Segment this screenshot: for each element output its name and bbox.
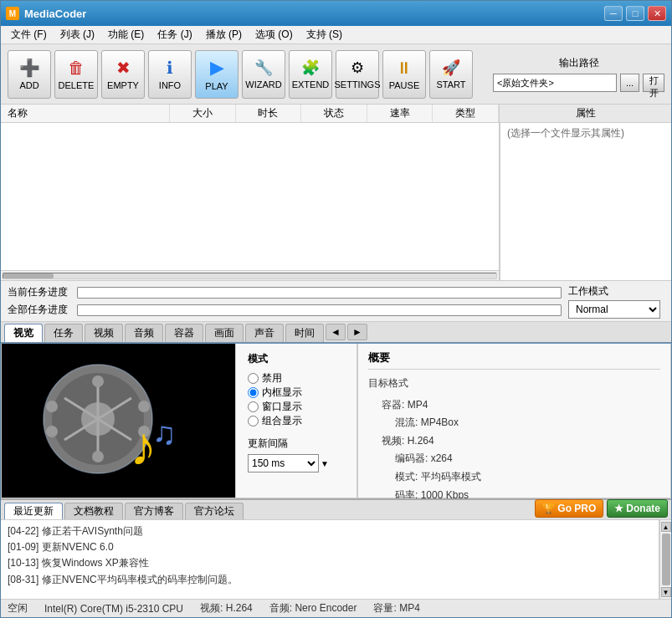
news-item-1: [01-09] 更新NVENC 6.0	[8, 539, 652, 555]
tab-picture[interactable]: 画面	[205, 324, 244, 342]
close-button[interactable]: ✕	[648, 6, 666, 21]
radio-inner-label: 内框显示	[262, 386, 302, 400]
add-button[interactable]: ➕ ADD	[8, 50, 51, 99]
scroll-up-arrow[interactable]: ▲	[661, 522, 671, 532]
window-controls: ─ □ ✕	[604, 6, 666, 21]
settings-button[interactable]: ⚙ SETTINGS	[336, 50, 379, 99]
overview-video-mode-value: 平均码率模式	[421, 471, 481, 483]
overview-section-title: 目标格式	[368, 377, 408, 389]
info-button[interactable]: ℹ INFO	[148, 50, 192, 99]
info-icon: ℹ	[167, 58, 173, 78]
bottom-tab-news[interactable]: 最近更新	[4, 503, 63, 519]
interval-select[interactable]: 150 ms 50 ms 100 ms 200 ms 500 ms	[248, 454, 319, 472]
status-bar: 空闲 Intel(R) Core(TM) i5-2310 CPU 视频: H.2…	[1, 599, 671, 617]
wizard-button[interactable]: 🔧 WIZARD	[242, 50, 285, 99]
file-list-scrollbar[interactable]	[1, 270, 499, 280]
menu-list[interactable]: 列表 (J)	[54, 26, 101, 43]
preview-svg: ♪ ♫	[6, 356, 232, 486]
bottom-tab-docs[interactable]: 文档教程	[64, 503, 123, 519]
menu-options[interactable]: 选项 (O)	[249, 26, 300, 43]
status-audio: 音频: Nero Encoder	[269, 601, 357, 615]
maximize-button[interactable]: □	[626, 6, 644, 21]
scroll-down-arrow[interactable]: ▼	[661, 587, 671, 597]
news-content-row: [04-22] 修正若干AVISynth问题 [01-09] 更新NVENC 6…	[1, 520, 671, 599]
radio-inner-input[interactable]	[248, 387, 259, 398]
radio-disabled: 禁用	[248, 371, 345, 386]
col-type: 类型	[433, 105, 499, 122]
app-icon: M	[6, 7, 19, 20]
tab-preview[interactable]: 视览	[4, 324, 43, 342]
tab-task[interactable]: 任务	[44, 324, 83, 342]
pause-label: PAUSE	[389, 80, 419, 90]
bottom-news-content: 最近更新 文档教程 官方博客 官方论坛 🏆 Go PRO ★ Donate	[1, 500, 671, 599]
overview-video: 视频: H.264	[368, 432, 660, 451]
menu-file[interactable]: 文件 (F)	[4, 26, 54, 43]
col-speed: 速率	[367, 105, 433, 122]
scrollbar-track[interactable]	[3, 273, 497, 279]
overview-panel: 概要 目标格式 容器: MP4 混流: MP4Box 视频:	[357, 344, 670, 498]
bottom-tab-blog[interactable]: 官方博客	[125, 503, 183, 519]
tab-container[interactable]: 容器	[165, 324, 203, 342]
empty-button[interactable]: ✖ EMPTY	[101, 50, 145, 99]
browse-button[interactable]: ...	[620, 74, 639, 92]
tab-nav-prev[interactable]: ◄	[326, 324, 346, 340]
current-progress-label: 当前任务进度	[8, 285, 70, 299]
menu-task[interactable]: 任务 (J)	[151, 26, 198, 43]
pause-button[interactable]: ⏸ PAUSE	[382, 50, 426, 99]
progress-section: 当前任务进度 全部任务进度	[8, 285, 562, 317]
overview-mux-label: 混流:	[395, 416, 418, 428]
menu-support[interactable]: 支持 (S)	[300, 26, 349, 43]
menu-function[interactable]: 功能 (E)	[101, 26, 151, 43]
play-button[interactable]: ▶ PLAY	[195, 50, 239, 99]
news-text-2: 恢复Windows XP兼容性	[42, 557, 149, 569]
minimize-button[interactable]: ─	[604, 6, 623, 21]
news-date-1: [01-09]	[8, 541, 38, 553]
delete-label: DELETE	[59, 80, 95, 90]
svg-point-6	[92, 375, 104, 387]
tab-nav-next[interactable]: ►	[347, 324, 367, 340]
work-mode-select[interactable]: Normal Background High Priority	[568, 300, 660, 319]
col-duration: 时长	[236, 105, 302, 122]
add-label: ADD	[19, 80, 38, 90]
radio-window-input[interactable]	[248, 401, 259, 412]
extend-icon: 🧩	[301, 59, 320, 77]
donate-icon: ★	[614, 503, 623, 514]
news-item-0: [04-22] 修正若干AVISynth问题	[8, 524, 652, 539]
gopro-button[interactable]: 🏆 Go PRO	[535, 499, 603, 518]
menu-play[interactable]: 播放 (P)	[199, 26, 249, 43]
tab-audio[interactable]: 音频	[125, 324, 163, 342]
bottom-tab-forum[interactable]: 官方论坛	[185, 503, 244, 519]
radio-inner: 内框显示	[248, 386, 345, 400]
radio-window-label: 窗口显示	[262, 400, 302, 414]
gopro-label: Go PRO	[557, 503, 596, 514]
interval-label: 更新间隔	[248, 437, 345, 451]
update-interval: 更新间隔 150 ms 50 ms 100 ms 200 ms 500 ms ▼	[248, 437, 345, 472]
extend-label: EXTEND	[292, 79, 330, 89]
scroll-thumb[interactable]	[662, 534, 670, 585]
open-button[interactable]: 打开	[643, 74, 664, 92]
output-path-input[interactable]	[493, 74, 617, 92]
tab-content: ♪ ♫ 模式 禁用 内框显示 窗口显	[1, 344, 671, 498]
status-video: 视频: H.264	[200, 601, 253, 615]
start-button[interactable]: 🚀 START	[429, 50, 473, 99]
radio-combo-input[interactable]	[248, 416, 259, 426]
donate-button[interactable]: ★ Donate	[607, 499, 668, 518]
delete-icon: 🗑	[68, 59, 85, 78]
delete-button[interactable]: 🗑 DELETE	[54, 50, 98, 99]
settings-icon: ⚙	[351, 59, 364, 77]
empty-label: EMPTY	[107, 80, 139, 90]
app-window: M MediaCoder ─ □ ✕ 文件 (F) 列表 (J) 功能 (E) …	[0, 0, 672, 618]
tab-sound[interactable]: 声音	[245, 324, 284, 342]
add-icon: ➕	[19, 58, 40, 78]
news-text-0: 修正若干AVISynth问题	[42, 525, 143, 537]
tab-time[interactable]: 时间	[285, 324, 324, 342]
extend-button[interactable]: 🧩 EXTEND	[289, 50, 332, 99]
all-progress-row: 全部任务进度	[8, 303, 562, 317]
radio-window: 窗口显示	[248, 400, 345, 414]
tab-video[interactable]: 视频	[85, 324, 123, 342]
radio-disabled-input[interactable]	[248, 373, 259, 384]
news-date-2: [10-13]	[8, 557, 38, 569]
wizard-icon: 🔧	[254, 59, 273, 77]
col-name: 名称	[1, 105, 170, 122]
scrollbar-thumb[interactable]	[3, 273, 54, 278]
